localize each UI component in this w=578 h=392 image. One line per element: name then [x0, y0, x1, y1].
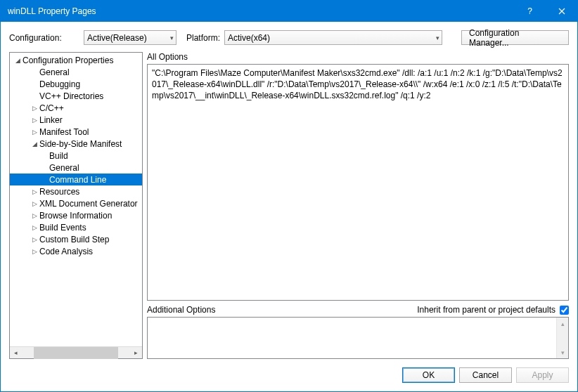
additional-options-label: Additional Options — [147, 305, 215, 315]
inherit-checkbox[interactable] — [560, 306, 569, 315]
configuration-combo-value: Active(Release) — [87, 33, 147, 43]
additional-v-scrollbar[interactable]: ▴ ▾ — [556, 318, 568, 358]
tree-item-sxs-build[interactable]: Build — [10, 150, 142, 162]
main-content: ◢ Configuration Properties General Debug… — [1, 52, 577, 363]
tree-item-resources[interactable]: ▷Resources — [10, 185, 142, 197]
expander-closed-icon[interactable]: ▷ — [30, 224, 39, 231]
close-icon — [558, 8, 565, 15]
tree-h-scrollbar[interactable]: ◂ ▸ — [10, 346, 142, 358]
scroll-up-icon[interactable]: ▴ — [557, 318, 568, 329]
expander-closed-icon[interactable]: ▷ — [30, 117, 39, 124]
scroll-left-icon[interactable]: ◂ — [10, 347, 22, 359]
close-button[interactable] — [546, 1, 577, 22]
tree-item-debugging[interactable]: Debugging — [10, 78, 142, 90]
tree-item-manifest-tool[interactable]: ▷Manifest Tool — [10, 126, 142, 138]
chevron-down-icon: ▾ — [436, 34, 439, 41]
tree-item-sxs-cmdline[interactable]: Command Line — [10, 174, 142, 185]
chevron-down-icon: ▾ — [170, 34, 174, 41]
inherit-checkbox-wrap[interactable]: Inherit from parent or project defaults — [417, 305, 569, 315]
tree-item-custom-build[interactable]: ▷Custom Build Step — [10, 233, 142, 245]
tree-panel: ◢ Configuration Properties General Debug… — [9, 52, 143, 359]
titlebar: winDLL Property Pages ? — [1, 1, 577, 22]
tree-item-root[interactable]: ◢ Configuration Properties — [10, 54, 142, 66]
additional-options-input[interactable]: ▴ ▾ — [147, 317, 569, 359]
expander-closed-icon[interactable]: ▷ — [30, 200, 39, 207]
expander-closed-icon[interactable]: ▷ — [30, 129, 39, 136]
expander-closed-icon[interactable]: ▷ — [30, 212, 39, 219]
options-panel: All Options "C:\Program Files\Maze Compu… — [147, 52, 569, 359]
expander-closed-icon[interactable]: ▷ — [30, 105, 39, 112]
window-title: winDLL Property Pages — [8, 6, 514, 16]
scroll-thumb[interactable] — [34, 347, 118, 359]
all-options-label: All Options — [147, 52, 569, 62]
cancel-button[interactable]: Cancel — [459, 367, 512, 383]
expander-closed-icon[interactable]: ▷ — [30, 248, 39, 255]
tree-item-vcpp[interactable]: VC++ Directories — [10, 90, 142, 102]
platform-combo-value: Active(x64) — [228, 33, 270, 43]
property-pages-dialog: winDLL Property Pages ? Configuration: A… — [0, 0, 578, 392]
tree-item-code-analysis[interactable]: ▷Code Analysis — [10, 245, 142, 257]
scroll-right-icon[interactable]: ▸ — [130, 347, 142, 359]
ok-button[interactable]: OK — [402, 367, 455, 383]
configuration-label: Configuration: — [9, 33, 79, 43]
expander-open-icon[interactable]: ◢ — [30, 141, 39, 148]
help-button[interactable]: ? — [514, 1, 546, 22]
all-options-text[interactable]: "C:\Program Files\Maze Computer\Manifest… — [147, 64, 569, 301]
apply-button: Apply — [516, 367, 569, 383]
tree-item-browse[interactable]: ▷Browse Information — [10, 209, 142, 221]
inherit-label: Inherit from parent or project defaults — [417, 305, 555, 315]
expander-open-icon[interactable]: ◢ — [13, 57, 23, 64]
configuration-manager-button[interactable]: Configuration Manager... — [461, 30, 569, 45]
expander-closed-icon[interactable]: ▷ — [30, 236, 39, 243]
tree[interactable]: ◢ Configuration Properties General Debug… — [10, 53, 142, 346]
tree-item-general[interactable]: General — [10, 66, 142, 78]
configuration-combo[interactable]: Active(Release) ▾ — [84, 30, 176, 45]
tree-item-ccpp[interactable]: ▷C/C++ — [10, 102, 142, 114]
platform-combo[interactable]: Active(x64) ▾ — [224, 30, 442, 45]
tree-item-build-events[interactable]: ▷Build Events — [10, 221, 142, 233]
dialog-buttons: OK Cancel Apply — [1, 363, 577, 391]
tree-item-sxs[interactable]: ◢Side-by-Side Manifest — [10, 138, 142, 150]
config-toolbar: Configuration: Active(Release) ▾ Platfor… — [1, 22, 577, 52]
platform-label: Platform: — [186, 33, 220, 43]
tree-item-linker[interactable]: ▷Linker — [10, 114, 142, 126]
scroll-down-icon[interactable]: ▾ — [557, 346, 568, 358]
tree-item-xml[interactable]: ▷XML Document Generator — [10, 197, 142, 209]
expander-closed-icon[interactable]: ▷ — [30, 188, 39, 195]
tree-item-sxs-general[interactable]: General — [10, 162, 142, 174]
